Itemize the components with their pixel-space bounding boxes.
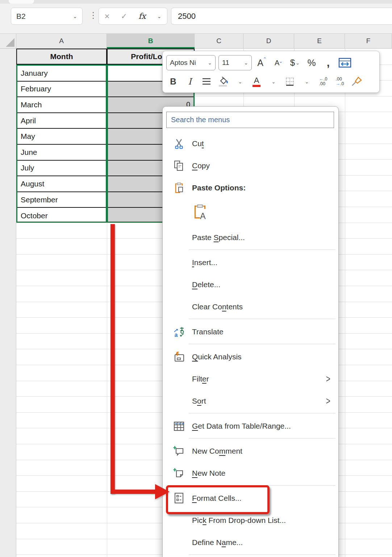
row-header-column [0, 49, 16, 557]
formula-buttons: × ✓ fx ⌄ [99, 8, 167, 25]
formula-value: 2500 [178, 12, 196, 21]
top-strip [0, 0, 392, 4]
cell-A4[interactable]: March [17, 97, 106, 113]
menu-item-copy[interactable]: Copy [163, 154, 338, 177]
cell-A10[interactable]: September [17, 192, 106, 208]
column-header-C[interactable]: C [195, 33, 243, 49]
font-color-button[interactable]: A [250, 74, 263, 90]
enter-icon[interactable]: ✓ [121, 12, 128, 21]
center-align-icon[interactable] [200, 74, 213, 90]
menu-item-clear-contents[interactable]: Clear Contents [163, 296, 338, 318]
new-comment-icon [172, 445, 186, 457]
chevron-down-icon[interactable]: ⌄ [266, 74, 280, 90]
separator-dots-icon: ⋮ [89, 11, 97, 20]
format-cells-highlight-box [166, 485, 270, 514]
paste-keep-source-formatting-icon[interactable]: A [193, 204, 207, 221]
menu-item-sort[interactable]: Sort > [163, 390, 338, 412]
menu-separator [189, 249, 335, 250]
cell-A7[interactable]: June [17, 145, 106, 161]
menu-separator [189, 319, 335, 319]
borders-icon[interactable] [283, 74, 297, 90]
menu-item-quick-analysis[interactable]: Quick Analysis [163, 346, 338, 368]
chevron-down-icon: ⌄ [296, 60, 300, 66]
menu-item-delete[interactable]: Delete... [163, 273, 338, 296]
formula-bar-input[interactable]: 2500 [171, 8, 392, 25]
chevron-down-icon: ⌄ [208, 60, 212, 65]
accounting-format-button[interactable]: $ ⌄ [288, 55, 302, 71]
cell-A1[interactable]: Month [16, 49, 107, 65]
red-arrow-vertical [110, 224, 115, 494]
menu-separator [189, 413, 335, 413]
caret-up-icon: ˆ [264, 57, 266, 64]
quick-analysis-icon [172, 351, 186, 362]
column-header-A[interactable]: A [16, 33, 107, 49]
copy-icon [172, 160, 186, 171]
paste-options-row: A [163, 199, 338, 226]
insert-function-icon[interactable]: fx [138, 12, 146, 21]
column-header-E[interactable]: E [294, 33, 345, 49]
menu-item-new-note[interactable]: New Note [163, 462, 338, 484]
cell-A3[interactable]: February [17, 82, 106, 98]
column-header-D[interactable]: D [243, 33, 294, 49]
cell-A9[interactable]: August [17, 176, 106, 192]
increase-decimal-icon[interactable]: .00→.0 [333, 74, 347, 90]
column-header-B[interactable]: B [107, 33, 195, 49]
menu-item-cut[interactable]: Cut [163, 132, 338, 154]
chevron-down-icon[interactable]: ⌄ [157, 14, 162, 19]
select-all-corner[interactable] [0, 33, 16, 49]
font-name-select[interactable]: Aptos Ni ⌄ [166, 55, 216, 70]
cell-A6[interactable]: May [17, 129, 106, 145]
top-tab [9, 0, 34, 4]
menu-item-get-data[interactable]: Get Data from Table/Range... [163, 415, 338, 437]
new-note-icon [172, 467, 186, 479]
fill-color-icon[interactable] [216, 74, 230, 90]
column-header-F[interactable]: F [345, 33, 392, 49]
italic-button[interactable]: I [183, 74, 197, 90]
submenu-arrow-icon: > [326, 395, 330, 407]
excel-window: B2 ⌄ ⋮ × ✓ fx ⌄ 2500 A B C D E F 1234567… [0, 0, 392, 557]
menu-item-insert[interactable]: Insert... [163, 251, 338, 273]
name-box[interactable]: B2 ⌄ [11, 8, 83, 25]
cell-A11[interactable]: October [17, 208, 106, 223]
translate-icon: a [172, 326, 186, 338]
menu-search-input[interactable] [166, 112, 334, 128]
comma-style-button[interactable]: , [321, 55, 335, 71]
name-box-value: B2 [16, 12, 26, 21]
month-range-A2-A11[interactable]: JanuaryFebruaryMarchAprilMayJuneJulyAugu… [16, 65, 107, 223]
increase-font-size-button[interactable]: A ˆ [255, 55, 268, 71]
font-name-value: Aptos Ni [170, 59, 196, 67]
formula-bar-row: B2 ⌄ ⋮ × ✓ fx ⌄ 2500 [0, 0, 392, 34]
autofit-column-width-icon[interactable] [338, 55, 352, 71]
chevron-down-icon[interactable]: ⌄ [73, 14, 77, 19]
menu-item-new-comment[interactable]: New Comment [163, 440, 338, 462]
percent-style-button[interactable]: % [305, 55, 318, 71]
decrease-decimal-icon[interactable]: ←.0.00 [316, 74, 330, 90]
menu-separator [189, 554, 335, 555]
get-data-table-icon [172, 421, 186, 432]
cancel-icon[interactable]: × [105, 11, 110, 21]
menu-separator [189, 344, 335, 344]
menu-item-filter[interactable]: Filter > [163, 368, 338, 390]
chevron-down-icon[interactable]: ⌄ [233, 74, 247, 90]
format-painter-icon[interactable] [350, 74, 363, 90]
cell-A8[interactable]: July [17, 161, 106, 177]
chevron-down-icon[interactable]: ⌄ [300, 74, 313, 90]
chevron-down-icon: ⌄ [244, 60, 248, 65]
menu-item-translate[interactable]: a Translate [163, 321, 338, 343]
menu-separator [189, 438, 335, 438]
font-size-select[interactable]: 11 ⌄ [218, 55, 252, 70]
mini-toolbar: Aptos Ni ⌄ 11 ⌄ A ˆ A ˇ $ ⌄ % [162, 51, 380, 93]
decrease-font-size-button[interactable]: A ˇ [271, 55, 285, 71]
svg-text:a: a [175, 332, 178, 338]
bold-button[interactable]: B [166, 74, 180, 90]
menu-item-define-name[interactable]: Define Name... [163, 531, 338, 553]
cell-A2[interactable]: January [17, 66, 106, 82]
red-arrow-horizontal [110, 490, 156, 494]
menu-item-paste-options: Paste Options: [163, 177, 338, 199]
caret-down-icon: ˇ [280, 61, 282, 68]
paste-options-icon [172, 182, 186, 193]
menu-item-paste-special[interactable]: Paste Special... [163, 226, 338, 248]
cell-A5[interactable]: April [17, 113, 106, 129]
cut-icon [172, 138, 186, 149]
submenu-arrow-icon: > [326, 373, 330, 384]
